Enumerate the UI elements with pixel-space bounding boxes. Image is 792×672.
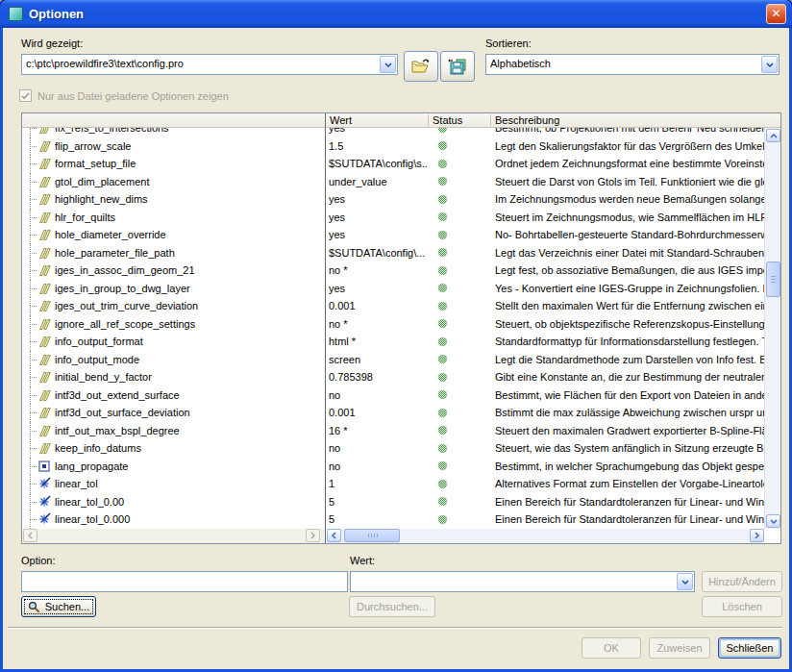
lightning-icon — [37, 128, 51, 135]
option-row[interactable]: intf_out_max_bspl_degree16 *Steuert den … — [22, 422, 764, 440]
option-row[interactable]: initial_bend_y_factor0.785398Gibt eine K… — [22, 368, 764, 386]
wert-combobox[interactable] — [350, 571, 695, 592]
option-input[interactable] — [21, 571, 348, 592]
save-config-icon[interactable] — [440, 51, 475, 82]
option-tree-cell: hole_diameter_override — [22, 226, 326, 244]
option-row[interactable]: iges_out_trim_curve_deviation0.001Stellt… — [22, 297, 764, 315]
close-button[interactable]: Schließen — [718, 637, 781, 659]
delete-button[interactable]: Löschen — [702, 596, 782, 617]
ok-button[interactable]: OK — [582, 637, 641, 659]
option-label: Option: — [21, 555, 55, 566]
option-status-cell — [428, 461, 491, 470]
option-tree-cell: hlr_for_quilts — [22, 209, 326, 227]
option-row[interactable]: ignore_all_ref_scope_settingsno *Steuert… — [22, 315, 764, 334]
option-tree-cell: initial_bend_y_factor — [22, 368, 326, 386]
add-change-button[interactable]: Hinzuf/Ändern — [702, 571, 782, 592]
option-description: Legt den Skalierungsfaktor für das Vergr… — [491, 140, 764, 152]
option-row[interactable]: intf3d_out_extend_surfacenoBestimmt, wie… — [22, 386, 764, 405]
option-tree-cell: keep_info_datums — [22, 439, 326, 458]
scroll-down-icon[interactable] — [766, 514, 780, 528]
option-status-cell — [428, 302, 491, 311]
status-green-dot-icon — [438, 195, 447, 204]
option-row[interactable]: flip_arrow_scale1.5Legt den Skalierungsf… — [22, 137, 764, 156]
option-row[interactable]: info_output_formathtml *Standardformatty… — [22, 333, 764, 351]
tree-horizontal-scrollbar[interactable] — [22, 529, 325, 543]
chevron-down-icon[interactable] — [380, 56, 396, 73]
option-value: $SUTDATA\config\... — [326, 247, 428, 259]
config-file-combobox[interactable]: c:\ptc\proewildfire3\text\config.pro — [21, 54, 398, 75]
scroll-left-icon[interactable] — [23, 529, 37, 542]
option-status-cell — [428, 390, 491, 399]
option-row[interactable]: intf3d_out_surface_deviation0.001Bstimmt… — [22, 404, 764, 422]
option-value: 16 * — [326, 425, 428, 436]
sort-combobox[interactable]: Alphabetisch — [485, 54, 780, 75]
option-row[interactable]: iges_in_group_to_dwg_layeryesYes - Konve… — [22, 280, 764, 298]
option-description: No- Bohrtabellen-gesteuerte Standard-Boh… — [491, 229, 764, 240]
column-header-beschreibung[interactable]: Beschreibung — [495, 114, 559, 126]
option-status-cell — [428, 212, 491, 221]
vertical-scrollbar[interactable] — [764, 128, 780, 529]
filter-checkbox[interactable] — [19, 89, 32, 102]
status-green-dot-icon — [438, 248, 447, 257]
status-green-dot-icon — [438, 319, 447, 328]
option-row[interactable]: fix_refs_to_intersectionsyesBestimmt, ob… — [22, 128, 764, 137]
option-row[interactable]: hlr_for_quiltsyesSteuert im Zeichnungsmo… — [22, 209, 764, 227]
option-description: Bestimmt, ob Projektionen mit dem Befehl… — [491, 128, 764, 134]
option-value: no * — [326, 318, 428, 330]
option-row[interactable]: hole_diameter_overrideyesNo- Bohrtabelle… — [22, 226, 764, 244]
scroll-up-icon[interactable] — [766, 129, 780, 142]
option-description: Einen Bereich für Standardtoleranzen für… — [491, 513, 764, 525]
option-tree-cell: highlight_new_dims — [22, 190, 326, 209]
bluestar-icon — [37, 495, 51, 509]
status-green-dot-icon — [438, 409, 447, 417]
column-header-wert[interactable]: Wert — [330, 114, 352, 126]
bluestar-icon — [37, 477, 51, 490]
option-row[interactable]: iges_in_assoc_dim_geom_21no *Legt fest, … — [22, 261, 764, 280]
open-folder-icon[interactable] — [404, 51, 438, 82]
lightning-icon — [37, 157, 51, 170]
column-header-status[interactable]: Status — [433, 114, 462, 126]
apply-button[interactable]: Zuweisen — [649, 637, 710, 659]
titlebar[interactable]: Optionen ✕ — [0, 0, 792, 28]
option-value: no * — [326, 264, 428, 276]
grid-header: Wert Status Beschreibung — [22, 113, 780, 128]
vertical-scroll-thumb[interactable] — [766, 261, 780, 297]
option-name: lang_propagate — [55, 460, 128, 472]
chevron-down-icon[interactable] — [761, 56, 778, 73]
close-icon[interactable]: ✕ — [766, 4, 786, 24]
option-name: iges_in_group_to_dwg_layer — [55, 283, 190, 294]
scroll-right-icon[interactable] — [750, 529, 764, 542]
lightning-icon — [37, 370, 51, 384]
horizontal-scroll-thumb[interactable] — [344, 529, 400, 542]
option-value: yes — [326, 128, 428, 134]
lightning-icon — [37, 441, 51, 455]
search-button[interactable]: Suchen... — [21, 596, 96, 617]
option-description: Legt fest, ob assoziative Bemaßungen, di… — [491, 264, 764, 276]
option-row[interactable]: keep_info_datumsnoSteuert, wie das Syste… — [22, 439, 764, 458]
option-description: Bstimmt die max zulässige Abweichung zwi… — [491, 407, 764, 418]
scroll-left-icon[interactable] — [327, 529, 341, 542]
option-tree-cell: linear_tol_0.000 — [22, 510, 326, 529]
option-row[interactable]: highlight_new_dimsyesIm Zeichnungsmodus … — [22, 190, 764, 209]
option-row[interactable]: hole_parameter_file_path$SUTDATA\config\… — [22, 244, 764, 262]
option-status-cell — [428, 373, 491, 382]
chevron-down-icon[interactable] — [677, 573, 693, 590]
dialog-title: Optionen — [29, 7, 84, 21]
lightning-icon — [37, 192, 51, 206]
option-row[interactable]: linear_tol_0.0005Einen Bereich für Stand… — [22, 510, 764, 529]
status-green-dot-icon — [438, 337, 447, 346]
option-value: $SUTDATA\config\s... — [326, 158, 428, 169]
option-row[interactable]: info_output_modescreenLegt die Standardm… — [22, 351, 764, 369]
option-row[interactable]: lang_propagatenoBestimmt, in welcher Spr… — [22, 458, 764, 476]
values-horizontal-scrollbar[interactable] — [327, 529, 764, 543]
option-row[interactable]: format_setup_file$SUTDATA\config\s...Ord… — [22, 155, 764, 173]
option-row[interactable]: linear_tol_0.005Einen Bereich für Standa… — [22, 493, 764, 511]
option-description: Ordnet jedem Zeichnungsformat eine besti… — [491, 158, 764, 169]
browse-button[interactable]: Durchsuchen... — [349, 596, 435, 617]
option-row[interactable]: gtol_dim_placementunder_valueSteuert die… — [22, 173, 764, 191]
status-green-dot-icon — [438, 177, 447, 186]
scroll-right-icon[interactable] — [306, 529, 320, 542]
option-description: Steuert die Darst von Gtols im Teil. Fun… — [491, 176, 764, 187]
option-row[interactable]: linear_tol1Alternatives Format zum Einst… — [22, 475, 764, 493]
option-description: Steuert, ob objektspezifische Referenzsk… — [491, 318, 764, 330]
